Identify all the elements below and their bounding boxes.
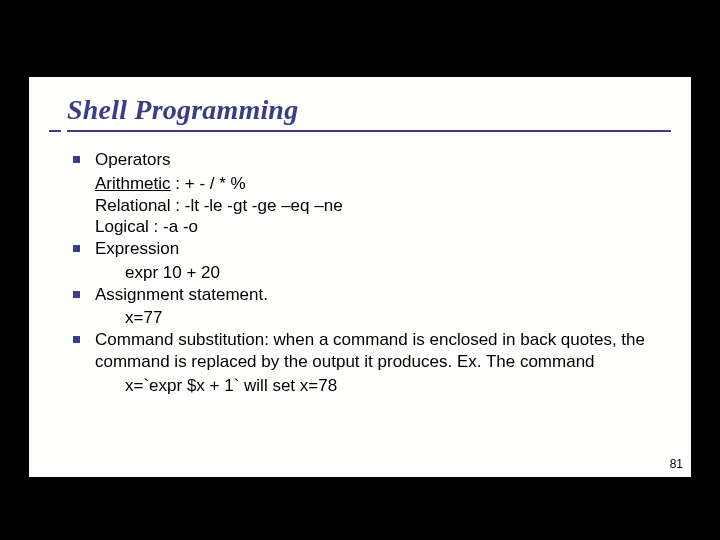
bullet-item-expression: Expression (59, 238, 673, 260)
title-rule (67, 130, 671, 132)
slide: Shell Programming Operators Arithmetic :… (29, 77, 691, 477)
operator-line-logical: Logical : -a -o (59, 216, 673, 238)
example-command-substitution: x=`expr $x + 1` will set x=78 (59, 375, 673, 397)
item-head: Assignment statement. (95, 285, 268, 304)
bullet-item-command-substitution: Command substitution: when a command is … (59, 329, 673, 373)
bullet-item-operators: Operators (59, 149, 673, 171)
example-assignment: x=77 (59, 307, 673, 329)
title-block: Shell Programming (67, 94, 671, 132)
operator-values: : + - / * % (171, 174, 246, 193)
slide-title: Shell Programming (67, 94, 671, 126)
square-bullet-icon (73, 156, 80, 163)
item-head: Command substitution: when a command is … (95, 330, 645, 371)
operator-line-arithmetic: Arithmetic : + - / * % (59, 173, 673, 195)
operator-label: Relational (95, 196, 171, 215)
operator-values: : -lt -le -gt -ge –eq –ne (171, 196, 343, 215)
title-rule-tick (49, 130, 61, 132)
operator-values: : -a -o (149, 217, 198, 236)
slide-body: Operators Arithmetic : + - / * % Relatio… (59, 149, 673, 396)
square-bullet-icon (73, 336, 80, 343)
page-number: 81 (670, 457, 683, 471)
square-bullet-icon (73, 245, 80, 252)
item-head: Operators (95, 150, 171, 169)
item-head: Expression (95, 239, 179, 258)
square-bullet-icon (73, 291, 80, 298)
bullet-item-assignment: Assignment statement. (59, 284, 673, 306)
operator-label: Arithmetic (95, 174, 171, 193)
operator-line-relational: Relational : -lt -le -gt -ge –eq –ne (59, 195, 673, 217)
operator-label: Logical (95, 217, 149, 236)
example-expression: expr 10 + 20 (59, 262, 673, 284)
